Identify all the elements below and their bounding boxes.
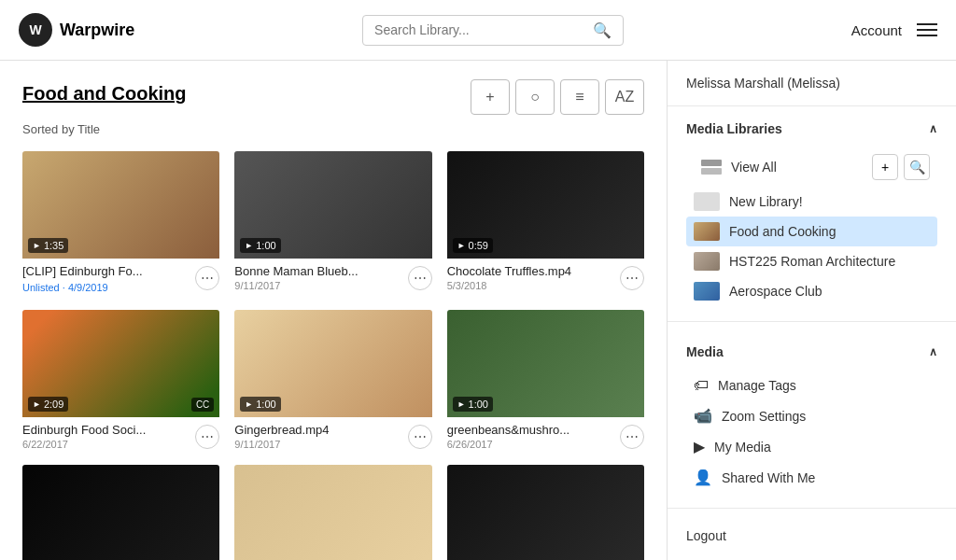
media-section-header[interactable]: Media ∧ <box>686 344 937 359</box>
my-media-item[interactable]: ▶ My Media <box>686 431 937 462</box>
content-area: Food and Cooking + ○ ≡ AZ Sorted by Titl… <box>0 61 667 560</box>
search-icon: 🔍 <box>593 21 612 39</box>
video-card[interactable]: ► 2:09CCEdinburgh Food Soci...6/22/2017⋯ <box>22 310 219 450</box>
video-card[interactable]: ► 1:00greenbeans&mushro...6/26/2017⋯ <box>447 310 644 450</box>
more-options-button[interactable]: ⋯ <box>408 266 432 290</box>
sidebar: Melissa Marshall (Melissa) Media Librari… <box>667 61 956 560</box>
media-libraries-header[interactable]: Media Libraries ∧ <box>686 121 937 136</box>
video-card[interactable] <box>22 465 219 560</box>
video-meta: [CLIP] Edinburgh Fo...Unlisted · 4/9/201… <box>22 264 195 295</box>
title-row: Food and Cooking + ○ ≡ AZ <box>22 79 644 115</box>
shared-with-me-item[interactable]: 👤 Shared With Me <box>686 462 937 493</box>
video-title: Edinburgh Food Soci... <box>22 423 195 437</box>
media-section: Media ∧ 🏷 Manage Tags 📹 Zoom Settings ▶ … <box>668 329 956 500</box>
video-meta: Gingerbread.mp49/11/2017 <box>234 423 407 450</box>
media-libraries-section: Media Libraries ∧ View All + 🔍 <box>668 106 956 314</box>
play-icon: ► <box>245 241 253 250</box>
video-grid: ► 1:35[CLIP] Edinburgh Fo...Unlisted · 4… <box>22 151 644 560</box>
my-media-label: My Media <box>714 440 771 455</box>
view-all-row: View All + 🔍 <box>686 147 937 187</box>
media-label: Media <box>686 344 724 359</box>
library-item-food-cooking[interactable]: Food and Cooking <box>686 217 937 246</box>
play-icon: ► <box>457 241 466 250</box>
page-title: Food and Cooking <box>22 83 187 105</box>
video-card[interactable] <box>234 465 431 560</box>
circle-button[interactable]: ○ <box>515 79 555 115</box>
more-options-button[interactable]: ⋯ <box>195 266 219 290</box>
svg-rect-0 <box>701 160 722 166</box>
video-info: greenbeans&mushro...6/26/2017⋯ <box>447 417 644 450</box>
sorted-by-label: Sorted by Title <box>22 122 644 136</box>
video-meta: Chocolate Truffles.mp45/3/2018 <box>447 264 620 291</box>
zoom-icon: 📹 <box>694 407 712 425</box>
main-layout: Food and Cooking + ○ ≡ AZ Sorted by Titl… <box>0 61 956 560</box>
view-all-icon <box>701 157 722 177</box>
add-library-button[interactable]: + <box>872 154 898 180</box>
sidebar-user: Melissa Marshall (Melissa) <box>668 76 956 106</box>
video-card[interactable]: ► 1:00Gingerbread.mp49/11/2017⋯ <box>234 310 431 450</box>
video-info: [CLIP] Edinburgh Fo...Unlisted · 4/9/201… <box>22 259 219 295</box>
video-title: greenbeans&mushro... <box>447 423 620 437</box>
aerospace-club-label: Aerospace Club <box>729 284 822 299</box>
video-title: Bonne Maman Blueb... <box>234 264 407 278</box>
more-options-button[interactable]: ⋯ <box>195 425 219 449</box>
zoom-settings-item[interactable]: 📹 Zoom Settings <box>686 400 937 431</box>
video-meta: Edinburgh Food Soci...6/22/2017 <box>22 423 195 450</box>
video-card[interactable]: ► 0:59Chocolate Truffles.mp45/3/2018⋯ <box>447 151 644 295</box>
video-info: Chocolate Truffles.mp45/3/2018⋯ <box>447 259 644 291</box>
manage-tags-item[interactable]: 🏷 Manage Tags <box>686 371 937 400</box>
more-options-button[interactable]: ⋯ <box>620 266 644 290</box>
zoom-settings-label: Zoom Settings <box>722 409 806 424</box>
food-cooking-label: Food and Cooking <box>729 224 836 239</box>
search-bar[interactable]: 🔍 <box>362 15 624 46</box>
logout-section: Logout <box>668 516 956 555</box>
video-meta: greenbeans&mushro...6/26/2017 <box>447 423 620 450</box>
logout-button[interactable]: Logout <box>686 528 726 543</box>
video-info: Edinburgh Food Soci...6/22/2017⋯ <box>22 417 219 450</box>
video-title: [CLIP] Edinburgh Fo... <box>22 264 195 278</box>
shared-with-me-label: Shared With Me <box>722 470 815 485</box>
view-all-item[interactable]: View All <box>694 153 872 181</box>
header: W Warpwire 🔍 Account <box>0 0 956 61</box>
search-library-button[interactable]: 🔍 <box>904 154 930 180</box>
video-date: 9/11/2017 <box>234 280 407 291</box>
sort-button[interactable]: AZ <box>605 79 644 115</box>
search-input[interactable] <box>374 22 585 37</box>
roman-architecture-thumb <box>694 252 720 271</box>
library-item-roman-architecture[interactable]: HST225 Roman Architecture <box>686 246 937 276</box>
unlisted-badge: Unlisted · 4/9/2019 <box>22 282 108 293</box>
video-info: Bonne Maman Blueb...9/11/2017⋯ <box>234 259 431 291</box>
more-options-button[interactable]: ⋯ <box>408 425 432 449</box>
header-right: Account <box>851 22 937 38</box>
manage-tags-label: Manage Tags <box>718 378 796 393</box>
svg-rect-1 <box>701 168 722 175</box>
logo-text: Warpwire <box>60 21 134 40</box>
view-all-label: View All <box>731 160 777 175</box>
account-link[interactable]: Account <box>851 22 902 38</box>
video-date: 5/3/2018 <box>447 280 620 291</box>
media-libraries-label: Media Libraries <box>686 121 782 136</box>
new-library-item[interactable]: New Library! <box>686 187 937 217</box>
video-card[interactable]: ► 1:35[CLIP] Edinburgh Fo...Unlisted · 4… <box>22 151 219 295</box>
list-button[interactable]: ≡ <box>560 79 599 115</box>
logo[interactable]: W Warpwire <box>19 13 134 47</box>
tag-icon: 🏷 <box>694 377 709 394</box>
duration-badge: ► 2:09 <box>28 397 68 412</box>
user-icon: 👤 <box>694 469 712 486</box>
duration-badge: ► 1:00 <box>240 238 280 253</box>
more-options-button[interactable]: ⋯ <box>620 425 644 449</box>
add-button[interactable]: + <box>471 79 510 115</box>
new-library-thumb <box>694 192 720 211</box>
video-meta: Bonne Maman Blueb...9/11/2017 <box>234 264 407 291</box>
video-card[interactable]: ► 1:00Bonne Maman Blueb...9/11/2017⋯ <box>234 151 431 295</box>
play-icon: ► <box>457 399 466 409</box>
play-icon: ► <box>33 241 41 250</box>
logo-icon: W <box>19 13 52 47</box>
video-card[interactable] <box>447 465 644 560</box>
play-icon: ► <box>245 399 253 409</box>
duration-badge: ► 0:59 <box>453 238 493 253</box>
duration-badge: ► 1:00 <box>453 397 493 412</box>
library-item-aerospace-club[interactable]: Aerospace Club <box>686 276 937 306</box>
menu-button[interactable] <box>917 23 937 36</box>
duration-badge: ► 1:00 <box>240 397 280 412</box>
